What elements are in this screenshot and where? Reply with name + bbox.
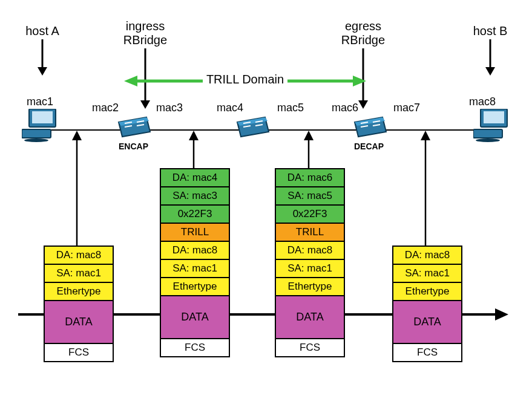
ingress-line2: RBridge <box>123 33 167 47</box>
frame-cell: DATA <box>161 296 229 339</box>
egress-label: egress RBridge <box>333 19 393 109</box>
switch-icon <box>116 116 153 139</box>
frame-cell: TRILL <box>276 224 344 242</box>
mac6-label: mac6 <box>332 102 358 114</box>
frame-cell: SA: mac1 <box>276 260 344 278</box>
svg-marker-1 <box>38 67 47 76</box>
svg-point-18 <box>476 138 500 142</box>
computer-icon <box>22 109 58 142</box>
frame-cell: Ethertype <box>393 283 461 301</box>
svg-rect-17 <box>473 129 502 138</box>
frame-cell: FCS <box>45 344 113 361</box>
frame-cell: Ethertype <box>276 278 344 296</box>
arrow-right-icon <box>495 307 510 322</box>
egress-line2: RBridge <box>341 33 385 47</box>
switch-icon <box>235 116 271 139</box>
decap-label: DECAP <box>354 141 384 151</box>
frame-stack: DA: mac8SA: mac1EthertypeDATAFCS <box>44 246 114 362</box>
arrow-down-icon <box>484 39 496 76</box>
mac1-label: mac1 <box>27 96 53 108</box>
encap-label: ENCAP <box>119 141 148 151</box>
frame-cell: Ethertype <box>161 278 229 296</box>
frame-cell: Ethertype <box>45 283 113 301</box>
frame-stack: DA: mac6SA: mac50x22F3TRILLDA: mac8SA: m… <box>275 168 345 357</box>
svg-point-14 <box>24 138 48 142</box>
svg-rect-13 <box>22 129 51 138</box>
svg-marker-26 <box>72 131 82 140</box>
ingress-label: ingress RBridge <box>115 19 176 109</box>
frame-cell: DATA <box>45 301 113 344</box>
arrow-up-icon <box>188 131 200 168</box>
frame-cell: TRILL <box>161 224 229 242</box>
arrow-up-icon <box>419 131 432 246</box>
frame-cell: FCS <box>393 344 461 361</box>
frame-cell: 0x22F3 <box>161 206 229 224</box>
arrow-down-icon <box>36 39 48 76</box>
frame-stack: DA: mac8SA: mac1EthertypeDATAFCS <box>392 246 462 362</box>
frame-cell: DA: mac4 <box>161 169 229 187</box>
mac8-label: mac8 <box>469 96 496 108</box>
svg-marker-5 <box>358 100 368 109</box>
frame-cell: DATA <box>276 296 344 339</box>
frame-cell: DA: mac8 <box>393 247 461 265</box>
host-a-label: host A <box>18 24 67 76</box>
trill-domain-text: TRILL Domain <box>203 73 287 86</box>
diagram-stage: host A ingress RBridge egress RBridge ho… <box>18 12 514 399</box>
frame-cell: SA: mac5 <box>276 187 344 206</box>
arrow-up-icon <box>303 131 315 168</box>
host-a-text: host A <box>25 24 59 37</box>
trill-domain-label: TRILL Domain <box>124 73 366 86</box>
frame-cell: DA: mac8 <box>45 247 113 265</box>
ingress-line1: ingress <box>126 19 165 33</box>
frame-cell: SA: mac1 <box>393 265 461 283</box>
svg-marker-3 <box>140 100 150 109</box>
svg-rect-12 <box>32 111 53 123</box>
frame-cell: SA: mac1 <box>45 265 113 283</box>
frame-cell: DA: mac8 <box>276 242 344 260</box>
svg-marker-30 <box>304 131 314 140</box>
mac3-label: mac3 <box>156 102 183 114</box>
egress-line1: egress <box>345 19 381 33</box>
svg-marker-7 <box>485 67 495 76</box>
host-b-text: host B <box>473 24 508 37</box>
arrow-up-icon <box>71 131 83 246</box>
host-b-label: host B <box>466 24 514 76</box>
mac7-label: mac7 <box>393 102 420 114</box>
frame-cell: FCS <box>161 339 229 356</box>
computer-icon <box>473 109 510 142</box>
svg-marker-32 <box>421 131 430 140</box>
frame-cell: DA: mac6 <box>276 169 344 187</box>
svg-marker-10 <box>353 76 366 86</box>
svg-marker-28 <box>189 131 199 140</box>
svg-rect-16 <box>484 111 504 123</box>
switch-icon <box>352 116 389 139</box>
svg-marker-33 <box>495 308 508 320</box>
frame-stack: DA: mac4SA: mac30x22F3TRILLDA: mac8SA: m… <box>160 168 230 357</box>
svg-marker-9 <box>124 76 137 86</box>
mac2-label: mac2 <box>92 102 119 114</box>
frame-cell: SA: mac1 <box>161 260 229 278</box>
frame-cell: DA: mac8 <box>161 242 229 260</box>
mac4-label: mac4 <box>217 102 243 114</box>
frame-cell: FCS <box>276 339 344 356</box>
frame-cell: DATA <box>393 301 461 344</box>
mac5-label: mac5 <box>277 102 304 114</box>
frame-cell: 0x22F3 <box>276 206 344 224</box>
frame-cell: SA: mac3 <box>161 187 229 206</box>
